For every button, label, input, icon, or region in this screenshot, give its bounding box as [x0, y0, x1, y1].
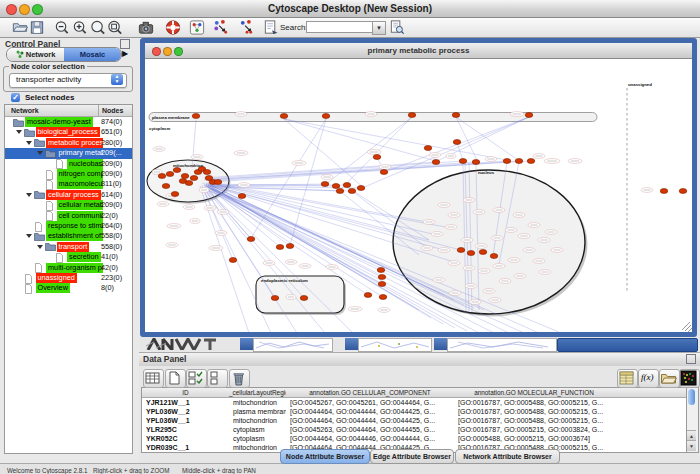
layout-b-icon[interactable] — [238, 19, 256, 36]
camera-icon[interactable] — [137, 19, 155, 36]
table-cell[interactable]: plasma membrane — [229, 407, 286, 416]
network-window-titlebar[interactable]: primary metabolic process — [145, 43, 692, 59]
network-node[interactable] — [364, 293, 372, 298]
table-cell[interactable]: [GO:0044464, GO:0044444, GO:0044425, G..… — [286, 416, 454, 425]
tree-row[interactable]: cellular process614(0) — [5, 190, 132, 200]
combobox-stepper-icon[interactable]: ▲▼ — [111, 74, 123, 85]
tree-node-label[interactable]: cellular process — [46, 190, 101, 200]
tree-node-label[interactable]: cell communicat — [57, 211, 104, 221]
tree-row[interactable]: biological_process651(0) — [5, 127, 132, 137]
table-cell[interactable]: YDR039C__1 — [142, 443, 229, 452]
network-node[interactable] — [171, 192, 179, 197]
table-cell[interactable]: mitochondrion — [229, 398, 286, 407]
network-node[interactable] — [527, 159, 535, 164]
table-cell[interactable]: mitochondrion — [229, 443, 286, 452]
network-node[interactable] — [229, 258, 237, 263]
tree-row[interactable]: multi-organism pro42(0) — [5, 263, 132, 273]
network-node[interactable] — [424, 146, 432, 151]
table-cell[interactable]: [GO:0044464, GO:0044446, GO:0044444, G..… — [286, 434, 454, 443]
network-node[interactable] — [192, 114, 200, 119]
table-cell[interactable]: YPL036W__1 — [142, 416, 229, 425]
unselect-rows-icon[interactable] — [207, 369, 228, 388]
tree-row[interactable]: secretion41(0) — [5, 252, 132, 262]
table-scrollbar[interactable]: ▲ ▼ — [686, 387, 699, 453]
tree-row[interactable]: response to stimulu264(0) — [5, 221, 132, 231]
network-node[interactable] — [321, 182, 329, 187]
search-dropdown-button[interactable]: ▼ — [372, 21, 386, 35]
network-node[interactable] — [452, 113, 460, 118]
network-edge[interactable] — [456, 117, 478, 162]
save-icon[interactable] — [28, 19, 46, 36]
network-node[interactable] — [205, 176, 213, 181]
tree-row[interactable]: establishment of lo558(0) — [5, 231, 132, 241]
tree-row[interactable]: nucleobase-209(0) — [5, 159, 132, 169]
tree-node-label[interactable]: nitrogen compo — [57, 169, 104, 179]
tab-overflow-arrow[interactable]: ▶ — [122, 49, 128, 58]
tree-row[interactable]: cell communicat22(0) — [5, 211, 132, 221]
tree-node-label[interactable]: primary metabo — [57, 148, 104, 158]
network-edge[interactable] — [284, 119, 507, 160]
network-node[interactable] — [503, 159, 511, 164]
tree-node-label[interactable]: nucleobase- — [67, 159, 103, 169]
select-nodes-checkbox[interactable]: ✓ — [11, 93, 20, 102]
network-node[interactable] — [181, 174, 189, 179]
tree-node-label[interactable]: transport — [57, 242, 90, 252]
tab-network[interactable]: Network — [7, 48, 64, 61]
network-node[interactable] — [343, 183, 351, 188]
table-cell[interactable]: YJR121W__1 — [142, 398, 229, 407]
network-node[interactable] — [357, 186, 365, 191]
tree-node-label[interactable]: Overview — [36, 283, 70, 293]
network-node[interactable] — [525, 113, 533, 118]
table-cell[interactable]: [GO:0045267, GO:0045261, GO:0044464, G..… — [286, 398, 454, 407]
network-node[interactable] — [457, 248, 465, 253]
select-rows-icon[interactable] — [186, 369, 207, 388]
table-cell[interactable]: YPL036W__2 — [142, 407, 229, 416]
tree-node-label[interactable]: cellular metabo — [57, 200, 104, 210]
network-node[interactable] — [322, 114, 330, 119]
network-node[interactable] — [280, 114, 288, 119]
minimized-window-icon[interactable] — [434, 338, 447, 350]
network-node[interactable] — [271, 296, 279, 301]
network-node[interactable] — [472, 160, 480, 165]
column-header[interactable]: _cellularLayoutRegion — [229, 388, 287, 398]
tree-node-label[interactable]: biological_process — [36, 127, 100, 137]
expander-icon[interactable] — [26, 141, 32, 145]
doc-search-icon[interactable] — [388, 19, 406, 36]
table-cell[interactable]: YKR052C — [142, 434, 229, 443]
network-node[interactable] — [286, 244, 294, 249]
network-edge[interactable] — [290, 119, 326, 245]
network-node[interactable] — [247, 237, 255, 242]
tree-node-label[interactable]: unassigned — [36, 273, 77, 283]
scrollbar-thumb[interactable] — [688, 389, 695, 405]
network-node[interactable] — [679, 189, 687, 194]
tree-row[interactable]: macromolecule311(0) — [5, 179, 132, 189]
tree-row[interactable]: Overview8(0) — [5, 283, 132, 293]
tree-node-label[interactable]: secretion — [67, 252, 101, 262]
tree-row[interactable]: metabolic process280(0) — [5, 138, 132, 148]
expander-icon[interactable] — [37, 245, 43, 249]
network-node[interactable] — [378, 282, 386, 287]
table-cell[interactable]: cytoplasm — [229, 425, 286, 434]
network-node[interactable] — [238, 194, 246, 199]
network-node[interactable] — [214, 180, 222, 185]
formula-icon[interactable]: f(x) — [638, 369, 659, 388]
network-node[interactable] — [515, 159, 523, 164]
help-ring-icon[interactable] — [164, 19, 182, 36]
column-header[interactable]: annotation.GO MOLECULAR_FUNCTION — [454, 388, 615, 398]
table-cell[interactable]: cytoplasm — [229, 434, 286, 443]
table-cell[interactable]: [GO:0016787, GO:0005215, GO:0003824, G..… — [454, 425, 614, 434]
import-folder-icon[interactable] — [659, 369, 680, 388]
minimized-window-bar[interactable] — [557, 338, 698, 352]
new-doc-icon[interactable] — [165, 369, 186, 388]
network-node[interactable] — [378, 275, 386, 280]
network-edge[interactable] — [206, 161, 463, 179]
trash-icon[interactable] — [229, 369, 250, 388]
network-node[interactable] — [660, 189, 668, 194]
zoom-fit-icon[interactable] — [89, 19, 107, 36]
table-cell[interactable]: [GO:0016787, GO:0005488, GO:0005215, G..… — [454, 407, 614, 416]
network-node[interactable] — [379, 295, 387, 300]
column-header[interactable]: ID — [142, 388, 230, 398]
minimized-window-icon[interactable] — [345, 338, 358, 350]
tree-node-label[interactable]: multi-organism pro — [46, 263, 103, 273]
resize-grip[interactable] — [682, 322, 692, 332]
